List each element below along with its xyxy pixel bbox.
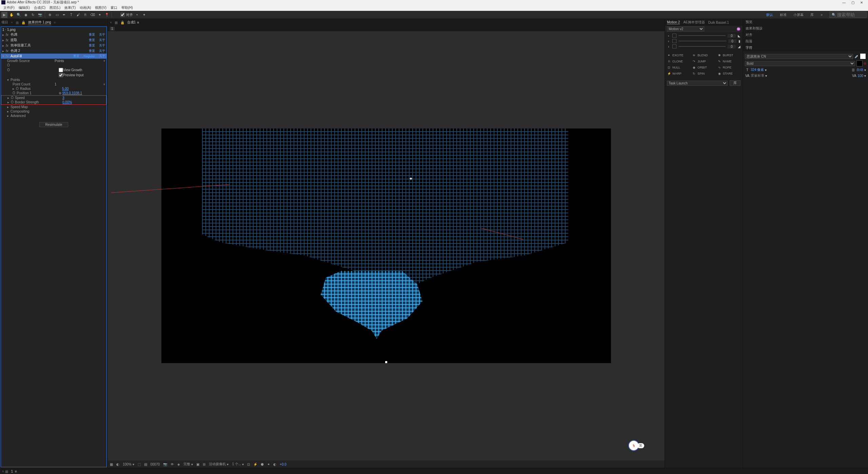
ws-more-icon[interactable]: » (817, 12, 826, 18)
menu-anim[interactable]: 动画(A) (78, 5, 93, 10)
exposure-reset[interactable]: ◐ (273, 462, 276, 466)
views-dropdown[interactable]: 1 个... ▾ (232, 462, 244, 467)
search-input[interactable] (837, 12, 864, 17)
fx-tint[interactable]: ▸fx色调重置关于 (1, 32, 106, 37)
noFill-icon[interactable]: ⦸ (864, 61, 866, 65)
menu-help[interactable]: 帮助(H) (119, 5, 135, 10)
tab-align[interactable]: 对齐 (743, 32, 868, 38)
font-weight-select[interactable]: Bold (745, 61, 855, 66)
composition-canvas[interactable]: ✦ (161, 129, 611, 363)
camera-tool[interactable]: 📷 (37, 12, 43, 18)
prop-points-header[interactable]: ▾Points (1, 78, 106, 82)
tab-project[interactable]: 项目 (1, 20, 8, 25)
tool-name[interactable]: ✎NAME (717, 59, 741, 64)
tab-effect-controls[interactable]: 效果控件 1.png (28, 20, 51, 25)
frame-display[interactable]: 00070 (151, 462, 160, 466)
tool-excite[interactable]: ✦EXCITE (666, 53, 691, 58)
tab-effects-presets[interactable]: 效果和预设 (743, 25, 868, 32)
viewer-area[interactable]: ✦ 🦌 英 (108, 31, 665, 460)
motion-slider-1[interactable]: ‹0◣ (667, 34, 741, 38)
fx-choker[interactable]: ▸fx简单阻塞工具重置关于 (1, 43, 106, 48)
exposure-value[interactable]: +0.0 (280, 462, 287, 466)
hand-tool[interactable]: ✋ (8, 12, 15, 18)
snapshot-icon[interactable]: 📷 (163, 462, 167, 466)
snap-opt-icon[interactable]: ⚬ (134, 12, 140, 18)
tool-jump[interactable]: ↷JUMP (691, 59, 716, 64)
prop-speed[interactable]: ▸ÖSpeed3 (1, 96, 106, 100)
eyedropper-icon[interactable]: 💉 (854, 55, 859, 58)
rotate-tool[interactable]: ↻ (30, 12, 36, 18)
task-launch-select[interactable]: Task Launch (667, 81, 728, 86)
menu-edit[interactable]: 编辑(E) (17, 5, 32, 10)
prop-growth-source[interactable]: Growth SourcePoints▾ (1, 59, 106, 63)
kerning-field[interactable]: VA度量标准 ▾ (745, 73, 767, 78)
tab-motion2[interactable]: Motion 2 (667, 20, 680, 24)
fx-extract[interactable]: ▸fx提取重置关于 (1, 37, 106, 43)
tool-stare[interactable]: ◉STARE (717, 71, 741, 76)
fill-swatch[interactable] (860, 53, 866, 59)
stroke-swatch[interactable] (856, 60, 863, 66)
fx-autofill[interactable]: ▾fxAutoFill重置Register关于 (1, 54, 106, 59)
tab-character[interactable]: 字符 (743, 45, 868, 51)
guides-icon[interactable]: ⊞ (203, 462, 205, 466)
prop-speed-map[interactable]: ▸Speed Map (1, 105, 106, 109)
anchor-tl-icon[interactable]: ◣ (738, 34, 741, 38)
clone-tool[interactable]: ⎘ (82, 12, 88, 18)
snap-checkbox[interactable] (120, 13, 125, 17)
menu-layer[interactable]: 图层(L) (47, 5, 62, 10)
show-snapshot-icon[interactable]: 👁 (171, 462, 174, 466)
timeline-tab[interactable]: 1 (9, 470, 15, 473)
tab-preview[interactable]: 预览 (743, 19, 868, 25)
tool-rope[interactable]: ∿ROPE (717, 65, 741, 70)
prop-advanced[interactable]: ▸Advanced (1, 114, 106, 118)
bottom-handle[interactable] (385, 361, 387, 363)
search-help[interactable]: 🔍 (829, 12, 867, 18)
eraser-tool[interactable]: ⌫ (90, 12, 96, 18)
anchor-point-icon[interactable]: ✦ (409, 176, 413, 181)
prop-border-strength[interactable]: ▸ÖBorder Strength0.00% (1, 100, 106, 104)
pen-tool[interactable]: ✒ (61, 12, 67, 18)
resolution-dropdown[interactable]: 完整 ▾ (183, 462, 193, 467)
puppet-tool[interactable]: 📍 (104, 12, 110, 18)
resimulate-button[interactable]: Resimulate (39, 122, 68, 127)
tool-spin[interactable]: ↻SPIN (691, 71, 716, 76)
close-button[interactable]: ✕ (859, 0, 864, 5)
snap-toggle[interactable]: 对齐 (120, 13, 133, 17)
leading-field[interactable]: ☰自动 ▾ (851, 67, 866, 72)
view-icon[interactable]: ▣ (196, 462, 199, 466)
prop-compositing[interactable]: ▸Compositing (1, 109, 106, 114)
motion-slider-3[interactable]: ›0◢ (667, 44, 741, 48)
region-icon[interactable]: ◈ (177, 462, 180, 466)
tool-null[interactable]: ⊡NULL (666, 65, 691, 70)
snap-opt2-icon[interactable]: ✦ (141, 12, 147, 18)
anchor-c-icon[interactable]: ▮ (738, 39, 741, 43)
orbit-tool[interactable]: ◉ (23, 12, 29, 18)
transparency-icon[interactable]: ▤ (144, 462, 147, 466)
prop-point-count[interactable]: Point Count1▾ (1, 82, 106, 86)
tool-burst[interactable]: ✺BURST (717, 53, 741, 58)
minimize-button[interactable]: — (842, 0, 846, 5)
tool-clone[interactable]: ⎘CLONE (666, 59, 691, 64)
prop-compensation[interactable]: Ö (1, 63, 106, 67)
maximize-button[interactable]: ▢ (850, 0, 855, 5)
tab-duik[interactable]: Duik Bassel.1 (708, 21, 729, 24)
menu-window[interactable]: 窗口 (108, 5, 119, 10)
roto-tool[interactable]: ✦ (97, 12, 103, 18)
tracking-field[interactable]: VA100 ▾ (852, 74, 866, 78)
ws-standard[interactable]: 标准 (777, 12, 790, 18)
channel-icon[interactable]: ◐ (116, 462, 119, 466)
font-family-select[interactable]: 思源黑体 CN (745, 54, 853, 59)
fast-icon[interactable]: ⚡ (253, 462, 257, 466)
zoom-dropdown[interactable]: 100% ▾ (123, 462, 134, 466)
ws-small[interactable]: 小屏幕 (790, 12, 807, 18)
tab-script-mgr[interactable]: AE脚本管理器 (683, 20, 705, 25)
prop-view-growth[interactable]: Ö View Growth (1, 67, 106, 73)
text-tool[interactable]: T (68, 12, 74, 18)
render-icon[interactable]: ✦ (267, 462, 270, 466)
selection-tool[interactable]: ▶ (1, 12, 7, 18)
ime-badge[interactable]: 🦌 英 (628, 440, 644, 451)
motion-slider-2[interactable]: ‹0▮ (667, 39, 741, 43)
3d-icon[interactable]: ⬢ (261, 462, 264, 466)
tab-paragraph[interactable]: 段落 (743, 38, 868, 45)
pixel-icon[interactable]: ⊡ (247, 462, 250, 466)
